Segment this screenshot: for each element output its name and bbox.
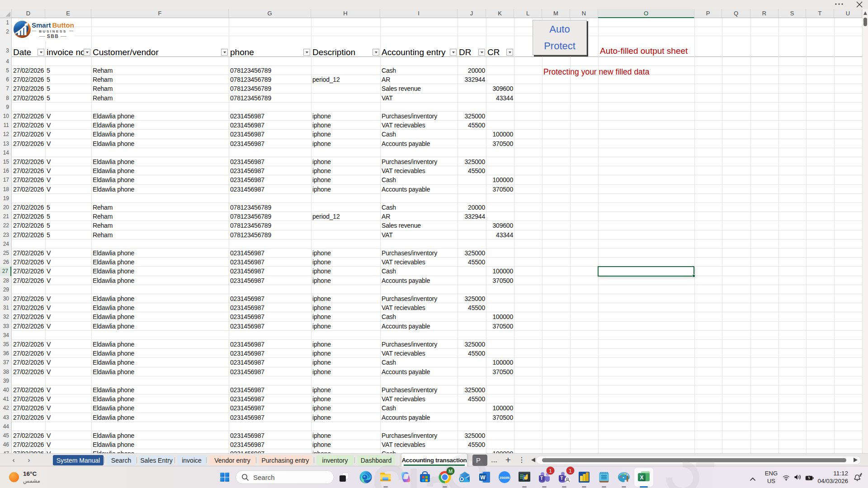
- cell-D[interactable]: 27/02/2026: [13, 130, 44, 139]
- row-header-1[interactable]: 1: [0, 18, 11, 27]
- cell-D[interactable]: 27/02/2026: [13, 349, 44, 358]
- cell-G[interactable]: 0231456987: [230, 340, 310, 349]
- cell-H[interactable]: iphone: [312, 121, 379, 130]
- cell-I[interactable]: Cash: [382, 130, 457, 139]
- cell-H[interactable]: iphone: [312, 249, 379, 258]
- row-header-32[interactable]: 32: [0, 312, 11, 321]
- cell-F[interactable]: Eldawlia phone: [93, 386, 228, 394]
- cell-F[interactable]: Eldawlia phone: [93, 349, 228, 358]
- cell-G[interactable]: 0231456987: [230, 277, 310, 285]
- cell-H[interactable]: iphone: [312, 258, 379, 267]
- tray-expand-icon[interactable]: [750, 475, 756, 483]
- cell-D[interactable]: 27/02/2026: [13, 304, 44, 312]
- row-header-10[interactable]: 10: [0, 112, 11, 121]
- cell-K[interactable]: 370500: [487, 322, 513, 331]
- cell-E[interactable]: V: [47, 277, 90, 285]
- cell-I[interactable]: Purchases/inventory: [382, 249, 457, 258]
- filter-dropdown-icon[interactable]: [373, 49, 379, 56]
- cell-H[interactable]: iphone: [312, 450, 379, 453]
- cell-I[interactable]: Cash: [382, 176, 457, 184]
- cell-D[interactable]: 27/02/2026: [13, 413, 44, 422]
- cell-E[interactable]: 5: [47, 94, 90, 103]
- cell-H[interactable]: iphone: [312, 322, 379, 331]
- cell-E[interactable]: V: [47, 112, 90, 121]
- row-header-14[interactable]: 14: [0, 148, 11, 157]
- cell-E[interactable]: V: [47, 450, 90, 453]
- row-header-8[interactable]: 8: [0, 94, 11, 103]
- column-header-Q[interactable]: Q: [722, 9, 750, 18]
- cell-D[interactable]: 27/02/2026: [13, 313, 44, 321]
- start-button[interactable]: [217, 469, 233, 485]
- cell-I[interactable]: VAT recievables: [382, 349, 457, 358]
- row-header-7[interactable]: 7: [0, 84, 11, 93]
- cell-E[interactable]: V: [47, 441, 90, 449]
- row-header-43[interactable]: 43: [0, 413, 11, 422]
- cell-I[interactable]: Cash: [382, 358, 457, 367]
- cell-F[interactable]: Eldawlia phone: [93, 158, 228, 166]
- cell-E[interactable]: 5: [47, 84, 90, 93]
- cell-G[interactable]: 0231456987: [230, 112, 310, 121]
- cell-E[interactable]: V: [47, 258, 90, 267]
- cell-E[interactable]: V: [47, 267, 90, 276]
- cell-E[interactable]: V: [47, 413, 90, 422]
- cell-J[interactable]: 45500: [459, 441, 485, 449]
- row-header-31[interactable]: 31: [0, 303, 11, 312]
- cell-H[interactable]: iphone: [312, 349, 379, 358]
- cell-F[interactable]: Eldawlia phone: [93, 277, 228, 285]
- cell-D[interactable]: 27/02/2026: [13, 112, 44, 121]
- column-header-H[interactable]: H: [311, 9, 380, 18]
- sheet-tab-dashboard[interactable]: Dashboard: [357, 455, 395, 465]
- cell-F[interactable]: Reham: [93, 231, 228, 239]
- cell-D[interactable]: 27/02/2026: [13, 66, 44, 75]
- sheet-tab-invoice[interactable]: invoice: [177, 455, 206, 465]
- cell-F[interactable]: Eldawlia phone: [93, 322, 228, 331]
- cell-E[interactable]: V: [47, 386, 90, 394]
- cell-H[interactable]: period_12: [312, 212, 379, 221]
- scroll-right-icon[interactable]: [854, 458, 858, 462]
- cell-I[interactable]: Accounts payable: [382, 368, 457, 376]
- row-header-35[interactable]: 35: [0, 340, 11, 349]
- row-header-30[interactable]: 30: [0, 294, 11, 303]
- row-header-16[interactable]: 16: [0, 166, 11, 175]
- cell-I[interactable]: Purchases/inventory: [382, 432, 457, 440]
- filter-dropdown-icon[interactable]: [478, 49, 485, 56]
- cell-G[interactable]: 0231456987: [230, 249, 310, 258]
- row-header-47[interactable]: 47: [0, 449, 11, 453]
- cell-E[interactable]: V: [47, 368, 90, 376]
- cell-I[interactable]: Accounts payable: [382, 277, 457, 285]
- row-header-24[interactable]: 24: [0, 239, 11, 249]
- cell-J[interactable]: 45500: [459, 167, 485, 175]
- row-header-9[interactable]: 9: [0, 103, 11, 112]
- cell-D[interactable]: 27/02/2026: [13, 368, 44, 376]
- titlebar-more-icon[interactable]: [833, 1, 845, 8]
- cell-I[interactable]: Purchases/inventory: [382, 295, 457, 303]
- cell-E[interactable]: V: [47, 322, 90, 331]
- cell-G[interactable]: 078123456789: [230, 231, 310, 239]
- row-header-39[interactable]: 39: [0, 376, 11, 385]
- cell-I[interactable]: Accounts payable: [382, 140, 457, 148]
- filter-dropdown-icon[interactable]: [506, 49, 513, 56]
- cell-I[interactable]: VAT recievables: [382, 441, 457, 449]
- cell-K[interactable]: 370500: [487, 368, 513, 376]
- cell-E[interactable]: V: [47, 249, 90, 258]
- microsoft-store-icon[interactable]: [417, 469, 433, 485]
- sheet-tab-inventory[interactable]: inventory: [316, 455, 354, 465]
- cell-D[interactable]: 27/02/2026: [13, 358, 44, 367]
- cell-F[interactable]: Eldawlia phone: [93, 368, 228, 376]
- cell-G[interactable]: 078123456789: [230, 94, 310, 103]
- cell-E[interactable]: V: [47, 130, 90, 139]
- cell-G[interactable]: 0231456987: [230, 368, 310, 376]
- cell-J[interactable]: 325000: [459, 432, 485, 440]
- fill-handle[interactable]: [692, 274, 695, 277]
- row-header-6[interactable]: 6: [0, 75, 11, 84]
- cell-F[interactable]: Eldawlia phone: [93, 140, 228, 148]
- row-header-25[interactable]: 25: [0, 249, 11, 258]
- cell-G[interactable]: 0231456987: [230, 295, 310, 303]
- cell-E[interactable]: V: [47, 176, 90, 184]
- column-header-F[interactable]: F: [91, 9, 229, 18]
- cell-D[interactable]: 27/02/2026: [13, 432, 44, 440]
- cell-F[interactable]: Reham: [93, 66, 228, 75]
- cell-G[interactable]: 078123456789: [230, 66, 310, 75]
- cell-E[interactable]: V: [47, 313, 90, 321]
- auto-protect-button[interactable]: AutoProtect: [533, 20, 587, 55]
